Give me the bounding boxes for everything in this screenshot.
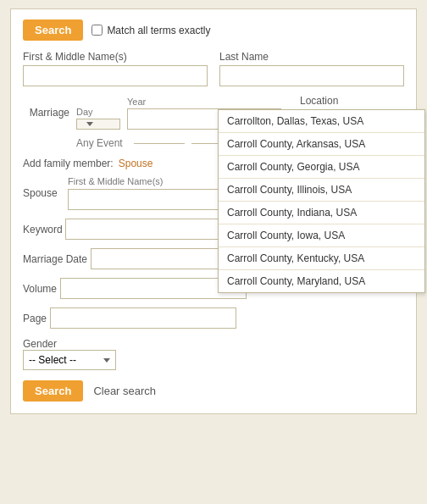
match-checkbox[interactable] xyxy=(92,25,103,36)
location-label: Location xyxy=(300,95,404,107)
year-label: Year xyxy=(127,97,281,107)
marriage-label: Marriage xyxy=(23,107,69,119)
dropdown-item[interactable]: Carroll County, Maryland, USA xyxy=(219,270,424,292)
search-button-top[interactable]: Search xyxy=(23,19,83,41)
first-middle-input[interactable] xyxy=(23,65,208,86)
page-label: Page xyxy=(23,313,47,324)
dropdown-item[interactable]: Carroll County, Arkansas, USA xyxy=(219,133,424,156)
last-name-group: Last Name xyxy=(219,51,404,86)
any-event-dash1 xyxy=(134,143,185,144)
top-bar: Search Match all terms exactly xyxy=(23,19,404,41)
clear-search-link[interactable]: Clear search xyxy=(93,385,156,397)
first-middle-label: First & Middle Name(s) xyxy=(23,51,208,63)
spouse-link[interactable]: Spouse xyxy=(119,158,153,169)
search-button-bottom[interactable]: Search xyxy=(23,380,83,402)
add-family-label: Add family member: xyxy=(23,158,114,169)
first-middle-group: First & Middle Name(s) xyxy=(23,51,208,86)
any-event-label: Any Event xyxy=(76,137,127,149)
name-row: First & Middle Name(s) Last Name xyxy=(23,51,404,86)
dropdown-item[interactable]: Carroll County, Georgia, USA xyxy=(219,156,424,179)
volume-label: Volume xyxy=(23,283,57,295)
day-select[interactable] xyxy=(76,119,120,130)
gender-group: Gender -- Select -- xyxy=(23,337,404,370)
match-label-text: Match all terms exactly xyxy=(107,25,210,36)
page-group: Page xyxy=(23,307,404,329)
dropdown-item[interactable]: Carroll County, Kentucky, USA xyxy=(219,247,424,270)
dropdown-item[interactable]: Carroll County, Iowa, USA xyxy=(219,224,424,247)
page-input[interactable] xyxy=(50,307,236,329)
dropdown-item[interactable]: Carrollton, Dallas, Texas, USA xyxy=(219,110,424,133)
keyword-label: Keyword xyxy=(23,224,63,235)
day-arrow-icon xyxy=(86,122,93,126)
match-label[interactable]: Match all terms exactly xyxy=(92,25,210,36)
gender-label: Gender xyxy=(23,338,57,350)
gender-select[interactable]: -- Select -- xyxy=(23,350,116,370)
bottom-bar: Search Clear search xyxy=(23,380,404,402)
gender-value: -- Select -- xyxy=(29,354,76,366)
day-col: Day xyxy=(76,107,120,130)
location-dropdown: Carrollton, Dallas, Texas, USA Carroll C… xyxy=(218,109,425,293)
dropdown-item[interactable]: Carroll County, Indiana, USA xyxy=(219,202,424,224)
dropdown-item[interactable]: Carroll County, Illinois, USA xyxy=(219,179,424,202)
marriage-date-label: Marriage Date xyxy=(23,253,87,265)
gender-arrow-icon xyxy=(103,358,110,363)
search-form: Search Match all terms exactly First & M… xyxy=(10,8,417,414)
day-label: Day xyxy=(76,107,120,117)
last-name-label: Last Name xyxy=(219,51,404,63)
last-name-input[interactable] xyxy=(219,65,404,86)
spouse-label: Spouse xyxy=(23,187,61,199)
